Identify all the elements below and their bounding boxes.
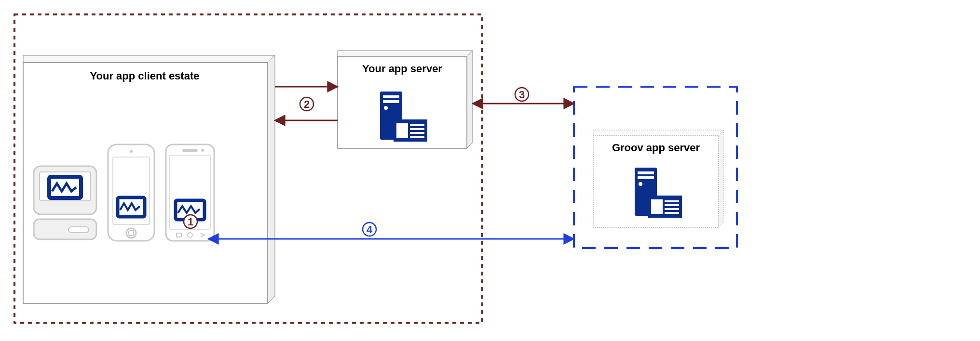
svg-rect-15 [182,149,198,152]
svg-rect-42 [651,199,663,214]
groov-app-server-label: Groov app server [612,142,700,154]
desktop-device-icon [34,166,96,239]
svg-marker-35 [719,130,723,227]
svg-rect-39 [638,176,654,179]
svg-text:1: 1 [188,216,193,228]
svg-point-27 [384,106,388,110]
client-estate-box: Your app client estate [23,55,275,303]
svg-rect-29 [396,123,408,138]
step-badge-3: 3 [515,88,529,101]
step-badge-1: 1 [184,215,197,228]
your-app-server-label: Your app server [362,63,442,75]
svg-point-9 [130,150,133,153]
svg-point-40 [639,182,642,186]
svg-marker-1 [268,55,275,303]
phone-ios-icon [108,144,154,241]
your-app-server-box: Your app server [338,51,473,148]
svg-rect-7 [68,227,89,233]
groov-app-server-box: Groov app server [593,130,723,227]
architecture-diagram: Your app client estate [0,0,980,341]
step-badge-2: 2 [300,97,313,111]
client-estate-label: Your app client estate [90,70,200,82]
svg-rect-38 [638,171,654,174]
svg-text:4: 4 [367,223,373,236]
svg-text:3: 3 [519,89,525,101]
svg-point-16 [201,149,204,152]
svg-marker-21 [338,51,473,57]
svg-marker-0 [23,55,275,63]
step-badge-4: 4 [363,223,376,236]
svg-marker-22 [467,51,473,148]
svg-text:2: 2 [304,98,310,110]
svg-rect-25 [383,95,399,98]
svg-marker-34 [593,130,723,136]
svg-rect-26 [383,100,399,103]
